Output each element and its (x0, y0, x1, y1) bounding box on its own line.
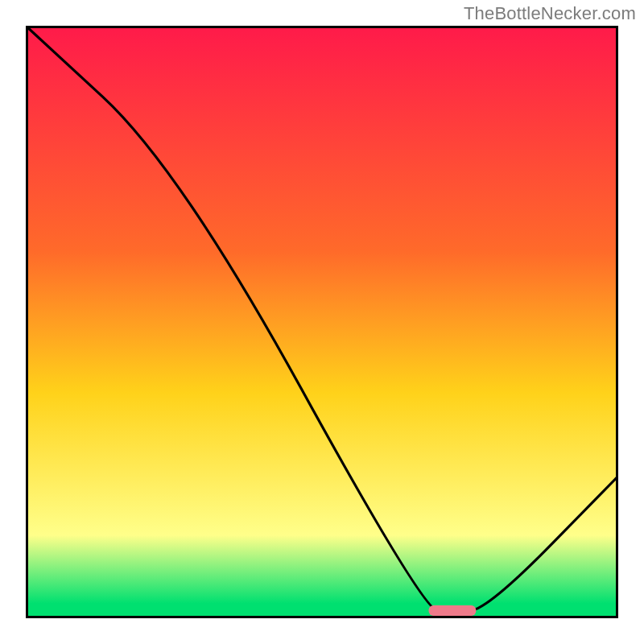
chart-background (26, 26, 618, 618)
chart-svg (26, 26, 618, 618)
chart-plot-area (26, 26, 618, 618)
chart-wrap: TheBottleNecker.com (0, 0, 644, 644)
optimum-marker (428, 605, 476, 616)
attribution-text: TheBottleNecker.com (464, 3, 636, 24)
